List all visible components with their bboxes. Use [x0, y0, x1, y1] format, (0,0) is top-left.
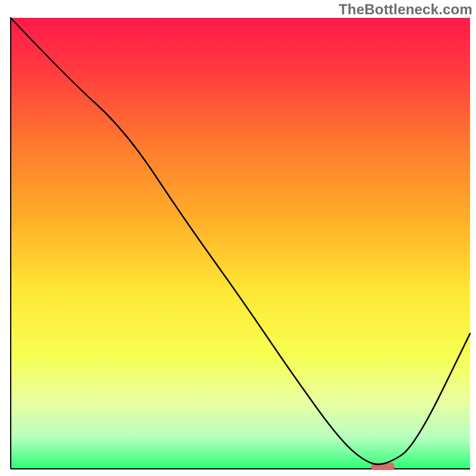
plot-background — [11, 18, 470, 469]
chart-stage: TheBottleneck.com — [0, 0, 476, 476]
bottleneck-chart — [0, 0, 476, 476]
watermark-text: TheBottleneck.com — [339, 1, 472, 18]
